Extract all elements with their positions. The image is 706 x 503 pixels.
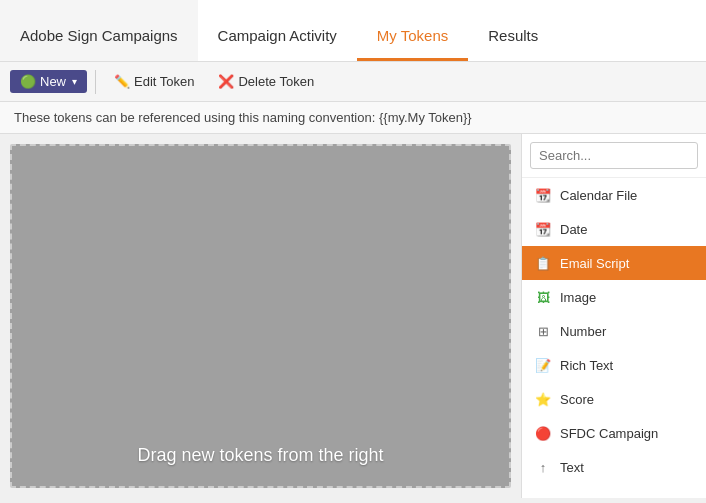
tab-my-tokens[interactable]: My Tokens	[357, 0, 468, 61]
canvas-hint: Drag new tokens from the right	[137, 445, 383, 466]
toolbar-divider	[95, 70, 96, 94]
token-label: Rich Text	[560, 358, 613, 373]
richtext-icon: 📝	[534, 356, 552, 374]
token-item-sfdc-campaign[interactable]: 🔴SFDC Campaign	[522, 416, 706, 450]
search-input[interactable]	[530, 142, 698, 169]
token-label: Calendar File	[560, 188, 637, 203]
number-icon: ⊞	[534, 322, 552, 340]
token-label: Date	[560, 222, 587, 237]
delete-icon: ❌	[218, 74, 234, 89]
tab-adobe-sign[interactable]: Adobe Sign Campaigns	[0, 0, 198, 61]
toolbar: 🟢 New ▾ ✏️ Edit Token ❌ Delete Token	[0, 62, 706, 102]
date-icon: 📆	[534, 220, 552, 238]
token-list: 📆Calendar File📆Date📋Email Script🖼Image⊞N…	[522, 178, 706, 498]
calendar-icon: 📆	[534, 186, 552, 204]
token-label: Score	[560, 392, 594, 407]
token-label: Number	[560, 324, 606, 339]
image-icon: 🖼	[534, 288, 552, 306]
main-area: Drag new tokens from the right 📆Calendar…	[0, 134, 706, 498]
token-item-date[interactable]: 📆Date	[522, 212, 706, 246]
new-icon: 🟢	[20, 74, 36, 89]
tab-campaign-activity[interactable]: Campaign Activity	[198, 0, 357, 61]
token-item-image[interactable]: 🖼Image	[522, 280, 706, 314]
token-item-score[interactable]: ⭐Score	[522, 382, 706, 416]
sfdc-icon: 🔴	[534, 424, 552, 442]
token-item-email-script[interactable]: 📋Email Script	[522, 246, 706, 280]
email-icon: 📋	[534, 254, 552, 272]
right-panel: 📆Calendar File📆Date📋Email Script🖼Image⊞N…	[521, 134, 706, 498]
text-icon: ↑	[534, 458, 552, 476]
token-label: Email Script	[560, 256, 629, 271]
score-icon: ⭐	[534, 390, 552, 408]
token-item-calendar-file[interactable]: 📆Calendar File	[522, 178, 706, 212]
info-bar: These tokens can be referenced using thi…	[0, 102, 706, 134]
token-label: SFDC Campaign	[560, 426, 658, 441]
new-button[interactable]: 🟢 New ▾	[10, 70, 87, 93]
edit-token-button[interactable]: ✏️ Edit Token	[104, 70, 204, 93]
dropdown-arrow-icon: ▾	[72, 76, 77, 87]
search-box	[522, 134, 706, 178]
delete-token-button[interactable]: ❌ Delete Token	[208, 70, 324, 93]
tab-results[interactable]: Results	[468, 0, 558, 61]
token-item-number[interactable]: ⊞Number	[522, 314, 706, 348]
canvas-area: Drag new tokens from the right	[10, 144, 511, 488]
edit-icon: ✏️	[114, 74, 130, 89]
token-item-rich-text[interactable]: 📝Rich Text	[522, 348, 706, 382]
token-item-text[interactable]: ↑Text	[522, 450, 706, 484]
token-label: Text	[560, 460, 584, 475]
token-label: Image	[560, 290, 596, 305]
top-nav: Adobe Sign Campaigns Campaign Activity M…	[0, 0, 706, 62]
